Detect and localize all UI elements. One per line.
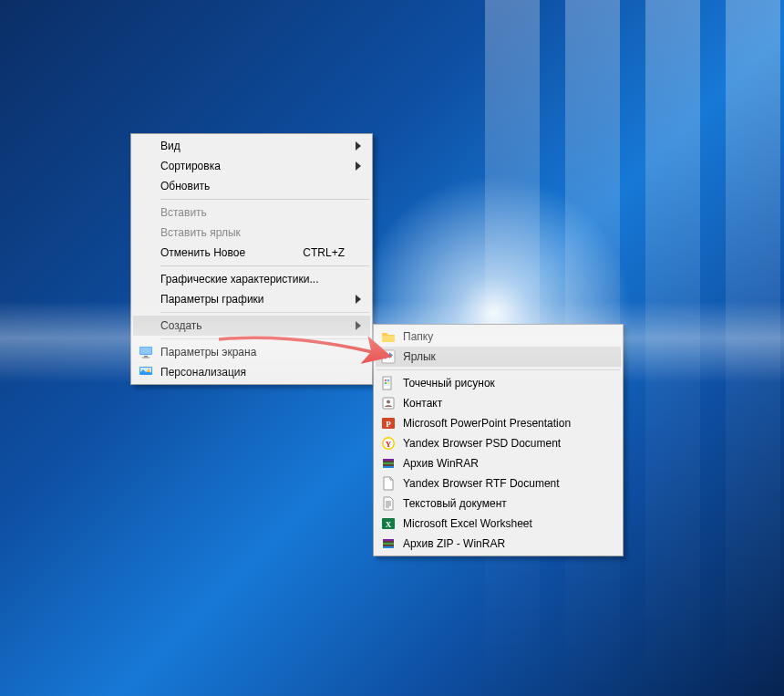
- yandex-icon: Y: [381, 436, 396, 451]
- menu-item-label: Параметры экрана: [160, 346, 256, 358]
- svg-rect-21: [383, 459, 394, 461]
- chevron-right-icon: [356, 295, 361, 304]
- powerpoint-icon: P: [381, 416, 396, 431]
- menu-item-label: Отменить Новое: [160, 246, 245, 259]
- menu-item-label: Создать: [160, 319, 202, 332]
- svg-text:P: P: [386, 420, 391, 429]
- menu-item-label: Точечный рисунок: [403, 377, 495, 390]
- submenu-item-zip[interactable]: Архив ZIP - WinRAR: [376, 534, 621, 554]
- svg-rect-8: [384, 379, 390, 386]
- menu-item-label: Yandex Browser PSD Document: [403, 437, 561, 450]
- svg-point-10: [387, 379, 389, 381]
- svg-point-9: [385, 379, 387, 381]
- menu-item-label: Сортировка: [160, 160, 221, 172]
- menu-item-display-settings[interactable]: Параметры экрана: [133, 342, 370, 362]
- svg-rect-32: [383, 543, 394, 545]
- menu-item-label: Microsoft PowerPoint Presentation: [403, 417, 571, 430]
- menu-item-label: Архив WinRAR: [403, 457, 479, 470]
- svg-rect-23: [383, 466, 394, 468]
- submenu-item-shortcut[interactable]: Ярлык: [376, 347, 621, 367]
- submenu-item-yandex-rtf[interactable]: Yandex Browser RTF Document: [376, 473, 621, 493]
- menu-item-label: Вставить ярлык: [160, 226, 241, 239]
- menu-item-gfx-props[interactable]: Графические характеристики...: [133, 269, 370, 289]
- winrar-icon: [381, 456, 396, 471]
- menu-separator: [377, 369, 620, 370]
- excel-icon: X: [381, 516, 396, 531]
- menu-item-label: Персонализация: [160, 366, 246, 379]
- menu-item-label: Вставить: [160, 206, 207, 219]
- menu-item-label: Текстовый документ: [403, 497, 507, 510]
- submenu-item-winrar[interactable]: Архив WinRAR: [376, 453, 621, 473]
- menu-item-label: Ярлык: [403, 350, 436, 363]
- svg-rect-33: [383, 546, 394, 548]
- svg-rect-22: [383, 462, 394, 464]
- desktop-wallpaper[interactable]: Вид Сортировка Обновить Вставить Вставит…: [0, 0, 784, 696]
- svg-rect-3: [142, 358, 150, 358]
- text-icon: [381, 496, 396, 511]
- shortcut-icon: [381, 349, 396, 364]
- chevron-right-icon: [356, 141, 361, 151]
- menu-item-paste: Вставить: [133, 203, 370, 223]
- monitor-icon: [139, 345, 153, 359]
- menu-item-paste-shortcut: Вставить ярлык: [133, 223, 370, 243]
- menu-item-label: Контакт: [403, 397, 442, 410]
- svg-point-12: [387, 382, 389, 384]
- menu-item-undo[interactable]: Отменить Новое CTRL+Z: [133, 243, 370, 263]
- svg-rect-31: [383, 539, 394, 541]
- svg-text:Y: Y: [386, 440, 392, 449]
- menu-item-personalize[interactable]: Персонализация: [133, 362, 370, 382]
- svg-point-11: [385, 382, 387, 384]
- personalize-icon: [139, 365, 153, 379]
- submenu-item-folder[interactable]: Папку: [376, 327, 621, 347]
- svg-point-14: [387, 400, 390, 404]
- menu-item-refresh[interactable]: Обновить: [133, 176, 370, 196]
- menu-shortcut: CTRL+Z: [281, 246, 345, 259]
- menu-item-new[interactable]: Создать: [133, 316, 370, 336]
- menu-item-label: Графические характеристики...: [160, 273, 318, 286]
- paint-icon: [381, 376, 396, 390]
- contact-icon: [381, 396, 396, 410]
- menu-separator: [160, 199, 369, 200]
- menu-item-label: Обновить: [160, 180, 210, 192]
- submenu-item-contact[interactable]: Контакт: [376, 393, 621, 413]
- menu-separator: [160, 312, 369, 313]
- svg-rect-1: [140, 348, 151, 354]
- svg-text:X: X: [386, 520, 392, 529]
- submenu-item-bitmap[interactable]: Точечный рисунок: [376, 373, 621, 393]
- chevron-right-icon: [356, 321, 361, 330]
- svg-rect-2: [144, 356, 148, 358]
- submenu-item-yandex-psd[interactable]: Y Yandex Browser PSD Document: [376, 433, 621, 453]
- submenu-item-excel[interactable]: X Microsoft Excel Worksheet: [376, 514, 621, 534]
- chevron-right-icon: [356, 161, 361, 171]
- file-icon: [381, 476, 396, 491]
- submenu-item-powerpoint[interactable]: P Microsoft PowerPoint Presentation: [376, 413, 621, 433]
- menu-item-view[interactable]: Вид: [133, 136, 370, 156]
- menu-item-label: Microsoft Excel Worksheet: [403, 517, 532, 530]
- winrar-icon: [381, 536, 396, 551]
- menu-item-sort[interactable]: Сортировка: [133, 156, 370, 176]
- desktop-context-menu: Вид Сортировка Обновить Вставить Вставит…: [130, 133, 373, 385]
- menu-item-gfx-params[interactable]: Параметры графики: [133, 289, 370, 309]
- menu-item-label: Архив ZIP - WinRAR: [403, 537, 505, 550]
- menu-item-label: Вид: [160, 140, 181, 152]
- menu-separator: [160, 265, 369, 266]
- menu-item-label: Параметры графики: [160, 293, 264, 306]
- folder-icon: [381, 329, 396, 344]
- new-submenu: Папку Ярлык: [373, 324, 624, 556]
- menu-item-label: Yandex Browser RTF Document: [403, 477, 560, 490]
- menu-item-label: Папку: [403, 330, 433, 343]
- submenu-item-text[interactable]: Текстовый документ: [376, 493, 621, 514]
- menu-separator: [160, 338, 369, 339]
